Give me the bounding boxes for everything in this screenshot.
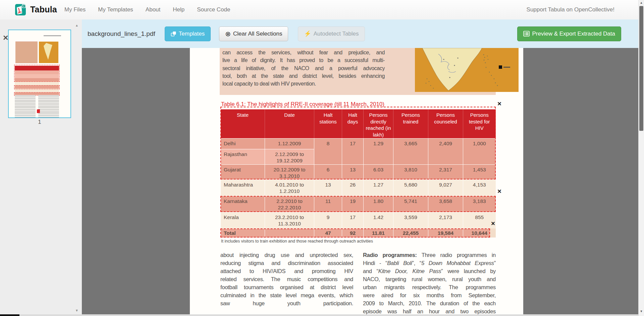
cell-value: 3,559	[393, 212, 428, 228]
horizontal-scrollbar-thumb[interactable]	[0, 314, 19, 316]
export-table-icon	[523, 31, 530, 37]
text-line: attached to HIV/AIDS and promoting HIV	[220, 267, 353, 275]
sidebar-scroll-up-icon[interactable]: ▲	[75, 23, 78, 27]
thumbnail-page-number: 1	[8, 119, 71, 125]
thumb-text-column-left	[15, 95, 36, 117]
document-filename: background_lines_1.pdf	[88, 30, 155, 38]
cell-value: 9,027	[428, 179, 463, 196]
selection-box-1[interactable]	[220, 107, 496, 179]
thumbnail-sidebar: ✕ 1 ▲	[0, 19, 82, 316]
clear-selections-label: Clear All Selections	[233, 31, 282, 37]
cell-value: 26	[342, 179, 364, 196]
cell-date: 4.01.2010 to 1.2.2010	[265, 179, 314, 196]
browser-vertical-scrollbar[interactable]: ▲ ▼	[638, 0, 644, 316]
pdf-text-column-left: about injecting drug use and unprotected…	[220, 251, 353, 307]
text-line: 2009 to March, 2010. The duration of the…	[363, 299, 496, 307]
cell-value: 1.42	[364, 212, 393, 228]
autodetect-tables-button[interactable]: ⚡ Autodetect Tables	[298, 27, 365, 41]
cell-value: 9	[314, 212, 342, 228]
document-pane[interactable]: can access the services, without fear an…	[82, 48, 639, 316]
cell-state: Maharashtra	[221, 179, 265, 196]
preview-export-button[interactable]: Preview & Export Extracted Data	[517, 27, 621, 41]
nav-item-about[interactable]: About	[146, 6, 160, 13]
cell-value: 1.27	[364, 179, 393, 196]
thumb-page-badge	[37, 109, 40, 113]
toolbar: background_lines_1.pdf Templates ⊗ Clear…	[82, 19, 639, 48]
nav-item-source-code[interactable]: Source Code	[197, 6, 230, 13]
nav-item-help[interactable]: Help	[173, 6, 184, 13]
text-line: reducing stigma and discrimination assoc…	[220, 259, 353, 267]
tabula-app: Tabula My FilesMy TemplatesAboutHelpSour…	[0, 0, 644, 316]
cell-value: 4,153	[463, 179, 496, 196]
thumb-header-text	[44, 35, 61, 36]
sidebar-scroll-down-icon[interactable]: ▼	[75, 309, 78, 312]
text-line: saw huge youth participation.	[220, 299, 353, 307]
lightning-icon: ⚡	[304, 30, 311, 37]
cell-date: 23.2.2010 to 11.3.2010	[265, 212, 314, 228]
thumb-table	[15, 66, 59, 91]
thumb-intro-block	[15, 42, 38, 63]
text-line: urban migrants respectively. The program…	[363, 283, 496, 291]
remove-page-icon[interactable]: ✕	[3, 34, 9, 41]
text-line: live a life of dignity. It has proved to…	[222, 56, 385, 64]
clear-all-selections-button[interactable]: ⊗ Clear All Selections	[219, 27, 288, 41]
vertical-scrollbar-thumb[interactable]	[639, 6, 643, 131]
cell-value: 13	[314, 179, 342, 196]
text-line: about injecting drug use and unprotected…	[220, 251, 353, 259]
nav-item-my-files[interactable]: My Files	[64, 6, 86, 13]
pdf-page[interactable]: can access the services, without fear an…	[190, 48, 523, 316]
scrollbar-down-icon[interactable]: ▼	[639, 309, 644, 314]
text-line: were aired for six months from September…	[363, 291, 496, 299]
nav-items: My FilesMy TemplatesAboutHelpSource Code	[64, 0, 230, 19]
brand-title: Tabula	[30, 5, 57, 14]
text-line: Hindi - “Babli Boli”, “5 Down Mohabbat E…	[363, 259, 496, 267]
clear-selections-icon: ⊗	[225, 31, 231, 37]
remove-selection-2-icon[interactable]: ✕	[496, 189, 502, 195]
templates-icon	[171, 31, 176, 37]
text-line: and “Kitne Door, Kitne Pass” were launch…	[363, 267, 496, 275]
thumb-selection-2	[14, 85, 60, 89]
table-row-kerala: Kerala23.2.2010 to 11.3.20109171.423,559…	[221, 212, 496, 228]
selection-box-3[interactable]	[220, 228, 490, 238]
browser-horizontal-scrollbar[interactable]	[0, 314, 639, 316]
cell-state: Kerala	[221, 212, 265, 228]
nav-item-my-templates[interactable]: My Templates	[98, 6, 133, 13]
text-line: NACO, targeting rural women, rural youth…	[363, 275, 496, 283]
brand-link[interactable]: Tabula	[15, 3, 57, 16]
text-line: Radio programmes: Three radio programmes…	[363, 251, 496, 259]
thumb-selection-1	[14, 65, 60, 82]
templates-label: Templates	[179, 31, 205, 37]
preview-export-label: Preview & Export Extracted Data	[532, 31, 615, 37]
support-opencollective-link[interactable]: Support Tabula on OpenCollective!	[527, 0, 614, 19]
thumb-text-column-right	[38, 95, 59, 117]
text-line: sectoral initiative, of the NACO and a p…	[222, 64, 385, 72]
table-row-maharashtra: Maharashtra4.01.2010 to 1.2.201013261.27…	[221, 179, 496, 196]
thumb-map-land	[44, 43, 52, 60]
text-line: local capacity to deal with HIV preventi…	[222, 80, 385, 88]
navbar: Tabula My FilesMy TemplatesAboutHelpSour…	[0, 0, 644, 20]
text-line: culminated in the state level mega event…	[220, 291, 353, 299]
remove-selection-1-icon[interactable]: ✕	[496, 101, 502, 107]
thumb-map	[39, 42, 58, 63]
autodetect-label: Autodetect Tables	[314, 31, 359, 37]
text-line: football tournaments organised at distri…	[220, 283, 353, 291]
pdf-intro-block: can access the services, without fear an…	[220, 48, 496, 95]
cell-value: 5,680	[393, 179, 428, 196]
pdf-table-footnote: It includes visitors to train exhibition…	[221, 239, 373, 244]
text-line: related services. The music competitions…	[220, 275, 353, 283]
total-row-unselected-corner	[490, 228, 496, 238]
remove-selection-3-icon[interactable]: ✕	[490, 221, 496, 227]
templates-button[interactable]: Templates	[165, 27, 211, 41]
selection-box-2[interactable]	[220, 196, 496, 212]
tabula-logo-icon	[15, 3, 27, 16]
cell-value: 17	[342, 212, 364, 228]
page-thumbnail[interactable]	[8, 30, 71, 118]
cell-value: 2,173	[428, 212, 463, 228]
scrollbar-up-icon[interactable]: ▲	[639, 0, 644, 5]
pdf-text-column-right: Radio programmes: Three radio programmes…	[363, 251, 496, 315]
text-line: can access the services, without fear an…	[222, 49, 385, 56]
pdf-intro-text: can access the services, without fear an…	[222, 49, 385, 88]
text-line: tool, both at the state and district lev…	[222, 72, 385, 80]
india-map-image	[415, 48, 519, 92]
